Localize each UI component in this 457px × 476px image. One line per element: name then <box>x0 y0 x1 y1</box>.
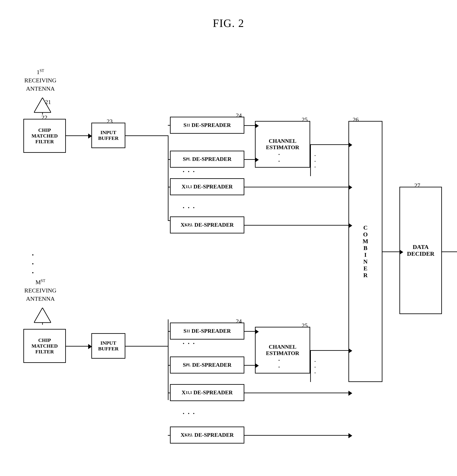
combiner: COMBINER <box>348 121 382 382</box>
dots-bot-lower: · · · <box>183 409 195 417</box>
chip-matched-filter-bot: CHIPMATCHEDFILTER <box>23 329 66 363</box>
label-23: 23 <box>107 118 113 125</box>
dots-top-lower: · · · <box>183 204 195 212</box>
spl-despreader-top: SPL DE-SPREADER <box>170 151 244 168</box>
x111-despreader-bot: X11,1 DE-SPREADER <box>170 384 244 401</box>
dots-middle-left: ··· <box>32 250 35 277</box>
ce-dots-top: ··· <box>278 144 281 165</box>
ce-dots-bot: ··· <box>278 350 281 371</box>
label-24-bot: 24 <box>236 318 242 325</box>
channel-estimator-bot: CHANNELESTIMATOR <box>255 327 310 374</box>
xkpl-despreader-bot: XKP,L DE-SPREADER <box>170 426 244 443</box>
x111-despreader-top: X11,1 DE-SPREADER <box>170 178 244 195</box>
antenna1-label: 1ST RECEIVINGANTENNA <box>23 68 57 93</box>
channel-estimator-top: CHANNELESTIMATOR <box>255 121 310 168</box>
arrow-cmf-ib-top <box>66 136 89 136</box>
chip-matched-filter-top: CHIPMATCHEDFILTER <box>23 119 66 153</box>
label-27: 27 <box>414 182 420 189</box>
label-22: 22 <box>41 114 47 121</box>
label-25-top: 25 <box>302 116 308 123</box>
diagram: 1ST RECEIVINGANTENNA 21 CHIPMATCHEDFILTE… <box>17 47 442 460</box>
page-title: FIG. 2 <box>0 0 457 29</box>
ce-dots-bot-right: ··· <box>315 359 316 376</box>
s11-despreader-bot: S11 DE-SPREADER <box>170 323 244 340</box>
ce-dots-top-right: ··· <box>315 153 316 170</box>
spl-despreader-bot: SPL DE-SPREADER <box>170 357 244 374</box>
antennaM-label: MST RECEIVINGANTENNA <box>23 278 57 303</box>
label-25-bot: 25 <box>302 322 308 329</box>
input-buffer-top: INPUTBUFFER <box>91 123 125 148</box>
data-decider: DATADECIDER <box>399 187 442 314</box>
s11-despreader-top: S11 DE-SPREADER <box>170 117 244 134</box>
label-21: 21 <box>45 99 51 105</box>
svg-marker-2 <box>34 308 51 323</box>
dots-top-upper: · · · <box>183 168 195 176</box>
dots-bot-upper: · · · <box>183 340 195 347</box>
label-24-top: 24 <box>236 112 242 119</box>
antennaM-symbol <box>34 308 51 325</box>
input-buffer-bot: INPUTBUFFER <box>91 333 125 359</box>
xkpl-despreader-top: XKP,L DE-SPREADER <box>170 216 244 233</box>
label-26: 26 <box>353 116 359 123</box>
